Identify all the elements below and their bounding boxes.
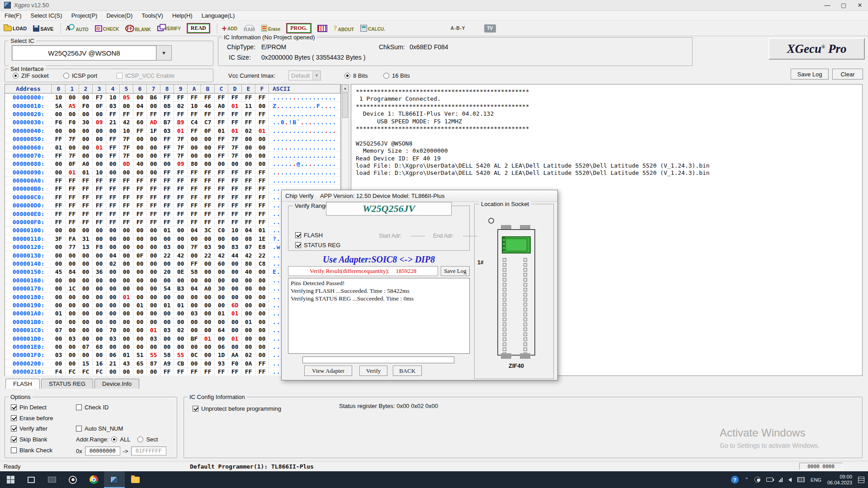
verify-after-option[interactable]: Verify after: [11, 425, 47, 432]
hex-byte[interactable]: 1D: [215, 351, 228, 359]
hex-byte[interactable]: FF: [215, 210, 228, 217]
hex-byte[interactable]: 00: [201, 277, 215, 284]
hex-byte[interactable]: FF: [242, 193, 255, 201]
hex-byte[interactable]: FF: [255, 110, 269, 118]
hex-byte[interactable]: 00: [201, 343, 215, 351]
hex-byte[interactable]: 00: [174, 226, 188, 234]
hex-byte[interactable]: 80: [188, 160, 201, 168]
hex-byte[interactable]: 00: [79, 135, 93, 143]
hex-byte[interactable]: 00: [93, 235, 106, 243]
hex-byte[interactable]: 70: [106, 326, 120, 334]
load-button[interactable]: LOAD: [4, 26, 27, 31]
hex-byte[interactable]: 00: [147, 226, 160, 234]
hex-byte[interactable]: C8: [255, 260, 269, 267]
hex-byte[interactable]: 1E: [255, 235, 269, 243]
hex-byte[interactable]: FF: [147, 210, 160, 217]
hex-byte[interactable]: 00: [201, 143, 215, 151]
hex-byte[interactable]: 00: [66, 351, 79, 359]
hex-byte[interactable]: 00: [79, 277, 93, 284]
hex-row[interactable]: 00000060:01000001FF7F0000FF7F0000FF7F000…: [5, 143, 340, 151]
hex-byte[interactable]: FF: [106, 152, 120, 160]
hex-byte[interactable]: 00: [52, 260, 66, 267]
hex-byte[interactable]: 80: [242, 260, 255, 267]
hex-byte[interactable]: 03: [147, 334, 160, 342]
hex-byte[interactable]: FF: [228, 169, 242, 176]
hex-byte[interactable]: FF: [255, 177, 269, 184]
menu-item[interactable]: Language(L): [202, 12, 235, 19]
hex-row[interactable]: 00000030:F6F03009214260ADB7B9C4C7FFFFFFF…: [5, 118, 340, 127]
hex-byte[interactable]: 3C: [201, 226, 215, 234]
hex-byte[interactable]: FF: [201, 193, 215, 201]
hex-byte[interactable]: FF: [106, 143, 120, 151]
zif-socket-radio[interactable]: ZIF socket: [13, 72, 49, 79]
hex-byte[interactable]: 00: [52, 169, 66, 176]
hex-byte[interactable]: FF: [255, 218, 269, 226]
hex-byte[interactable]: 00: [255, 310, 269, 317]
hex-byte[interactable]: FF: [160, 368, 174, 375]
hex-byte[interactable]: 00: [147, 169, 160, 176]
hex-byte[interactable]: FF: [188, 110, 201, 118]
hex-byte[interactable]: 01: [201, 334, 215, 342]
hex-byte[interactable]: 00: [66, 293, 79, 300]
hex-byte[interactable]: 00: [66, 301, 79, 309]
hex-byte[interactable]: 00: [133, 293, 147, 300]
hex-byte[interactable]: 00: [188, 360, 201, 367]
hex-byte[interactable]: FF: [188, 94, 201, 101]
taskbar-app-file-explorer[interactable]: [125, 471, 146, 488]
hex-byte[interactable]: FF: [147, 177, 160, 184]
hex-byte[interactable]: FF: [228, 94, 242, 101]
hex-byte[interactable]: 00: [174, 235, 188, 243]
hex-byte[interactable]: 03: [188, 310, 201, 317]
hex-byte[interactable]: FF: [106, 185, 120, 192]
taskbar-app-xgpro[interactable]: [104, 471, 125, 488]
hex-byte[interactable]: FF: [228, 185, 242, 192]
taskbar-app-screen-app[interactable]: [42, 471, 62, 488]
hex-byte[interactable]: 13: [79, 243, 93, 251]
hex-byte[interactable]: FF: [188, 169, 201, 176]
hex-byte[interactable]: 00: [120, 301, 133, 309]
hex-byte[interactable]: 00: [160, 160, 174, 168]
hex-byte[interactable]: FF: [188, 210, 201, 217]
hex-byte[interactable]: FF: [255, 210, 269, 217]
hex-byte[interactable]: 45: [52, 268, 66, 276]
hex-byte[interactable]: 00: [93, 110, 106, 118]
taskbar-app-obs-studio[interactable]: [62, 471, 83, 488]
hex-byte[interactable]: FF: [215, 110, 228, 118]
hex-byte[interactable]: FF: [147, 185, 160, 192]
hex-byte[interactable]: FF: [255, 94, 269, 101]
hex-byte[interactable]: 54: [160, 285, 174, 292]
hex-byte[interactable]: FF: [188, 368, 201, 375]
hex-byte[interactable]: 00: [147, 310, 160, 317]
hex-byte[interactable]: 00: [201, 235, 215, 243]
hex-byte[interactable]: 00: [201, 268, 215, 276]
hex-byte[interactable]: 00: [160, 310, 174, 317]
hex-byte[interactable]: FF: [79, 185, 93, 192]
status-reg-checkbox-row[interactable]: STATUS REG: [295, 242, 340, 249]
erase-button[interactable]: Erase: [261, 25, 280, 32]
hex-byte[interactable]: 00: [79, 152, 93, 160]
ic-pins-button[interactable]: [317, 25, 327, 32]
hex-byte[interactable]: 00: [93, 160, 106, 168]
hex-byte[interactable]: 00: [133, 94, 147, 101]
hex-byte[interactable]: 01: [228, 334, 242, 342]
hex-byte[interactable]: FF: [174, 368, 188, 375]
hex-byte[interactable]: 58: [160, 351, 174, 359]
hex-byte[interactable]: 00: [79, 285, 93, 292]
hex-byte[interactable]: FF: [242, 210, 255, 217]
hex-byte[interactable]: FF: [120, 210, 133, 217]
hex-byte[interactable]: 60: [215, 260, 228, 267]
hex-byte[interactable]: A0: [201, 285, 215, 292]
hex-byte[interactable]: 00: [255, 143, 269, 151]
hex-byte[interactable]: 03: [160, 326, 174, 334]
hex-row[interactable]: 00000010:5AA5F00F0300040008021046A001110…: [5, 102, 340, 110]
network-icon[interactable]: [779, 478, 783, 482]
hex-byte[interactable]: 00: [133, 260, 147, 267]
hex-byte[interactable]: 15: [79, 360, 93, 367]
hex-byte[interactable]: 01: [255, 127, 269, 135]
pin-detect-option[interactable]: Pin Detect: [11, 404, 47, 411]
hex-byte[interactable]: 00: [160, 260, 174, 267]
hex-byte[interactable]: FC: [79, 368, 93, 375]
aby-button[interactable]: A-B-Y: [450, 25, 466, 31]
hex-byte[interactable]: 00: [93, 293, 106, 300]
blank-check-option[interactable]: Blank Check: [11, 447, 52, 454]
